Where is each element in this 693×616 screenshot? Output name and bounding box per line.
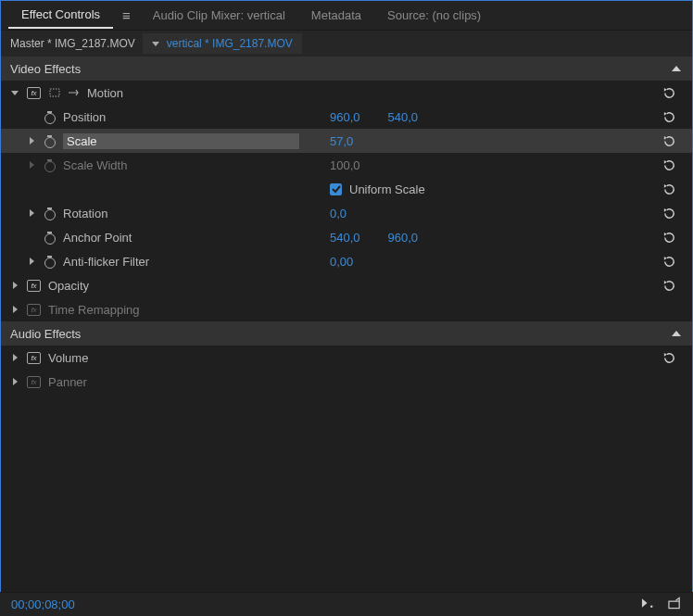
tab-effect-controls[interactable]: Effect Controls (8, 2, 113, 29)
reset-button[interactable] (661, 182, 677, 196)
stopwatch-icon (44, 159, 56, 171)
position-row: Position 960,0 540,0 (1, 105, 692, 129)
position-x-value[interactable]: 960,0 (330, 110, 360, 124)
tab-audio-mixer[interactable]: Audio Clip Mixer: vertical (140, 3, 298, 28)
anti-flicker-row: Anti-flicker Filter 0,00 (1, 249, 692, 273)
rotation-row: Rotation 0,0 (1, 201, 692, 225)
uniform-scale-label: Uniform Scale (349, 182, 425, 196)
panner-label: Panner (48, 375, 330, 389)
scale-width-label: Scale Width (63, 158, 330, 172)
play-only-icon[interactable] (641, 597, 655, 612)
panner-effect-row[interactable]: fx Panner (1, 370, 692, 394)
panel-tabs: Effect Controls ≡ Audio Clip Mixer: vert… (1, 1, 692, 31)
reset-button[interactable] (661, 230, 677, 245)
time-remapping-row[interactable]: fx Time Remapping (1, 297, 692, 321)
motion-tool-icons (48, 86, 80, 99)
stopwatch-icon[interactable] (44, 207, 56, 220)
twirl-open-icon[interactable] (10, 91, 19, 95)
anti-flicker-label: Anti-flicker Filter (63, 255, 330, 269)
stopwatch-icon[interactable] (44, 232, 56, 244)
uniform-scale-checkbox[interactable] (330, 183, 342, 195)
rotation-value[interactable]: 0,0 (330, 207, 346, 220)
volume-label: Volume (48, 351, 330, 365)
scale-width-value: 100,0 (330, 158, 360, 172)
twirl-closed-icon[interactable] (10, 378, 19, 385)
anchor-point-row: Anchor Point 540,0 960,0 (1, 225, 692, 249)
reset-button[interactable] (661, 254, 677, 269)
fx-badge-icon[interactable]: fx (27, 352, 41, 364)
master-clip-label: Master * IMG_2187.MOV (10, 37, 135, 50)
source-bar: Master * IMG_2187.MOV vertical * IMG_218… (1, 31, 692, 57)
position-label: Position (63, 110, 330, 124)
volume-effect-row[interactable]: fx Volume (1, 346, 692, 370)
collapse-icon (672, 66, 681, 71)
motion-effect-row[interactable]: fx Motion (1, 81, 692, 105)
anchor-point-label: Anchor Point (63, 231, 330, 245)
svg-rect-0 (50, 89, 59, 96)
reset-button[interactable] (661, 278, 677, 293)
reset-button[interactable] (661, 109, 677, 124)
twirl-closed-icon[interactable] (10, 354, 19, 361)
export-frame-icon[interactable] (668, 597, 682, 612)
tab-source[interactable]: Source: (no clips) (374, 3, 494, 28)
scale-label: Scale (63, 133, 299, 149)
svg-rect-2 (669, 601, 679, 609)
uniform-scale-row: Uniform Scale (1, 177, 692, 201)
twirl-closed-icon[interactable] (10, 306, 19, 313)
twirl-closed-icon[interactable] (27, 137, 36, 145)
anchor-y-value[interactable]: 960,0 (388, 231, 419, 245)
reset-button[interactable] (661, 85, 677, 100)
svg-point-1 (650, 606, 652, 608)
chevron-down-icon (152, 42, 159, 46)
twirl-closed-icon[interactable] (27, 258, 36, 265)
section-title: Audio Effects (10, 327, 81, 341)
tab-metadata[interactable]: Metadata (298, 3, 374, 28)
scale-width-row: Scale Width 100,0 (1, 153, 692, 177)
fx-badge-icon[interactable]: fx (27, 304, 41, 316)
stopwatch-icon[interactable] (44, 111, 56, 123)
panel-menu-icon[interactable]: ≡ (113, 7, 140, 23)
time-remapping-label: Time Remapping (48, 303, 330, 317)
footer-bar: 00;00;08;00 (0, 592, 693, 616)
stopwatch-icon[interactable] (44, 135, 56, 147)
reset-button[interactable] (661, 157, 677, 172)
anchor-x-value[interactable]: 540,0 (330, 231, 360, 245)
fx-badge-icon[interactable]: fx (27, 87, 41, 99)
timecode-display[interactable]: 00;00;08;00 (11, 597, 75, 611)
opacity-effect-row[interactable]: fx Opacity (1, 273, 692, 297)
video-effects-header[interactable]: Video Effects (1, 57, 692, 81)
scale-value[interactable]: 57,0 (330, 134, 353, 148)
reset-button[interactable] (661, 206, 677, 220)
rotation-label: Rotation (63, 207, 330, 220)
fx-badge-icon[interactable]: fx (27, 376, 41, 388)
anti-flicker-value[interactable]: 0,00 (330, 255, 353, 269)
twirl-closed-icon[interactable] (27, 209, 36, 217)
stopwatch-icon[interactable] (44, 256, 56, 268)
sequence-clip-button[interactable]: vertical * IMG_2187.MOV (143, 33, 302, 54)
audio-effects-header[interactable]: Audio Effects (1, 321, 692, 346)
section-title: Video Effects (10, 62, 81, 76)
scale-row[interactable]: Scale 57,0 (1, 129, 692, 153)
twirl-closed-icon (27, 161, 36, 169)
motion-label: Motion (87, 86, 330, 100)
reset-button[interactable] (661, 133, 677, 148)
opacity-label: Opacity (48, 279, 330, 293)
collapse-icon (672, 331, 681, 336)
fx-badge-icon[interactable]: fx (27, 280, 41, 292)
position-y-value[interactable]: 540,0 (388, 110, 419, 124)
twirl-closed-icon[interactable] (10, 282, 19, 289)
reset-button[interactable] (661, 350, 677, 365)
sequence-clip-label: vertical * IMG_2187.MOV (167, 37, 293, 50)
